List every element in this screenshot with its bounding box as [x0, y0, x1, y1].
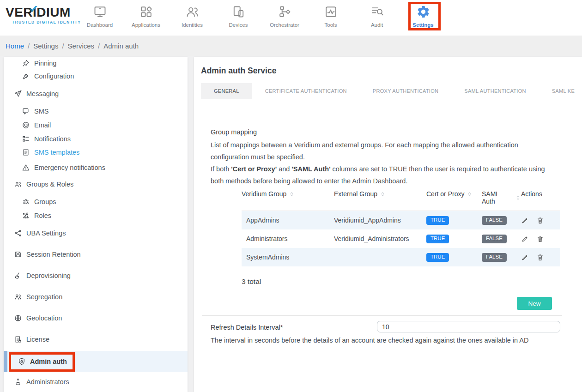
sidebar-item-label: Pinning	[34, 60, 56, 67]
delete-icon[interactable]	[536, 253, 544, 261]
actions-cell	[521, 217, 560, 224]
audit-icon	[370, 3, 384, 20]
group-mapping-heading: Group mapping	[211, 128, 257, 136]
sidebar-item-label: UBA Settings	[26, 229, 66, 237]
tab-certificate-authentication[interactable]: CERTIFICATE AUTHENTICATION	[252, 83, 360, 99]
breadcrumb-item-home[interactable]: Home	[6, 42, 24, 50]
group-mapping-table: Veridium GroupExternal GroupCert or Prox…	[242, 187, 560, 266]
segregation-icon	[14, 293, 22, 301]
veridium-group-cell: AppAdmins	[242, 217, 334, 224]
delete-icon[interactable]	[536, 217, 544, 224]
sidebar-item-uba-settings[interactable]: UBA Settings	[4, 227, 188, 240]
sidebar-item-admin-auth[interactable]: Admin auth	[4, 351, 188, 372]
branch-icon	[14, 229, 22, 237]
saml-auth-badge: FALSE	[482, 216, 507, 225]
sidebar-item-administrators[interactable]: Administrators	[4, 375, 188, 388]
column-label: SAML Auth	[482, 190, 513, 205]
edit-icon[interactable]	[521, 217, 529, 224]
column-header-external-group[interactable]: External Group	[334, 190, 426, 198]
users-icon	[14, 180, 22, 188]
actions-cell	[521, 253, 560, 261]
sidebar-item-messaging[interactable]: Messaging	[4, 87, 188, 100]
warning-triangle-icon	[22, 163, 30, 172]
sidebar-item-sms[interactable]: SMS	[4, 105, 188, 118]
sidebar-item-notifications[interactable]: Notifications	[4, 133, 188, 145]
nav-label: Orchestrator	[270, 22, 299, 28]
sidebar-item-label: Groups	[34, 198, 56, 205]
tab-saml-authentication[interactable]: SAML AUTHENTICATION	[451, 83, 539, 99]
sidebar-item-groups-roles[interactable]: Groups & Roles	[4, 178, 188, 191]
sidebar-item-segregation[interactable]: Segregation	[4, 290, 188, 303]
breadcrumb-separator: /	[62, 42, 64, 50]
sidebar-item-session-retention[interactable]: Session Retention	[4, 248, 188, 261]
sidebar-item-label: Admin auth	[30, 358, 67, 365]
logo-wordmark: VERIDIUM	[6, 6, 81, 19]
nav-item-devices[interactable]: Devices	[215, 3, 261, 28]
sort-icon	[515, 195, 521, 201]
column-header-cert-or-proxy[interactable]: Cert or Proxy	[426, 190, 482, 198]
nav-item-orchestrator[interactable]: Orchestrator	[261, 3, 308, 28]
dashboard-icon	[93, 3, 107, 20]
sidebar-item-roles[interactable]: Roles	[4, 209, 188, 222]
refresh-interval-help: The interval in seconds before the detai…	[211, 337, 562, 344]
sidebar-item-label: Administrators	[26, 378, 69, 386]
sidebar-item-deprovisioning[interactable]: Deprovisioning	[4, 269, 188, 282]
sidebar-item-label: Segregation	[26, 293, 62, 301]
cert-or-proxy-badge: TRUE	[426, 253, 449, 262]
nav-label: Identities	[182, 22, 203, 28]
edit-icon[interactable]	[521, 253, 529, 261]
refresh-interval-input[interactable]	[377, 321, 560, 332]
breadcrumb-separator: /	[28, 42, 30, 50]
external-group-cell: Veridiumid_AppAdmins	[334, 217, 426, 224]
sidebar-item-label: Notifications	[34, 135, 71, 143]
breadcrumb-item-admin-auth: Admin auth	[103, 42, 139, 50]
sidebar-item-pinning[interactable]: Pinning	[4, 57, 188, 70]
cert-or-proxy-badge: TRUE	[426, 216, 449, 225]
column-header-saml-auth[interactable]: SAML Auth	[482, 190, 521, 205]
cert-or-proxy-cell: TRUE	[426, 216, 482, 225]
column-header-veridium-group[interactable]: Veridium Group	[242, 190, 334, 198]
document-lines-icon	[22, 148, 30, 157]
at-sign-icon	[22, 121, 30, 129]
nav-item-audit[interactable]: Audit	[354, 3, 400, 28]
column-label: Cert or Proxy	[426, 190, 464, 198]
group-mapping-desc-line1: List of mappings between a Veridium and …	[211, 141, 518, 161]
sidebar-item-geolocation[interactable]: Geolocation	[4, 312, 188, 325]
veridium-group-cell: Administrators	[242, 235, 334, 242]
sidebar-item-groups[interactable]: Groups	[4, 195, 188, 208]
delete-icon[interactable]	[536, 235, 544, 243]
cert-or-proxy-cell: TRUE	[426, 253, 482, 262]
chat-icon	[22, 107, 30, 115]
roles-network-icon	[22, 211, 30, 220]
saml-auth-cell: FALSE	[482, 253, 521, 262]
sort-icon	[467, 191, 473, 197]
sidebar-item-email[interactable]: Email	[4, 119, 188, 132]
table-body: AppAdminsVeridiumid_AppAdminsTRUEFALSEAd…	[242, 211, 560, 266]
saml-auth-cell: FALSE	[482, 234, 521, 243]
license-lock-icon	[14, 335, 22, 344]
veridium-group-cell: SystemAdmins	[242, 253, 334, 261]
sidebar-item-license[interactable]: License	[4, 333, 188, 346]
column-header-actions: Actions	[521, 190, 560, 198]
nav-item-identities[interactable]: Identities	[169, 3, 215, 28]
nav-item-settings[interactable]: Settings	[400, 3, 446, 28]
tab-general[interactable]: GENERAL	[201, 83, 252, 99]
sidebar-item-emergency-notifications[interactable]: Emergency notifications	[4, 161, 188, 174]
edit-icon[interactable]	[521, 235, 529, 243]
logo-checkmark-icon	[29, 2, 38, 16]
sidebar-item-label: SMS	[34, 108, 48, 115]
sidebar-item-sms-templates[interactable]: SMS templates	[4, 146, 188, 159]
tab-saml-ke[interactable]: SAML KE	[539, 83, 582, 99]
applications-icon	[139, 3, 153, 20]
nav-item-applications[interactable]: Applications	[123, 3, 169, 28]
nav-item-dashboard[interactable]: Dashboard	[77, 3, 123, 28]
table-total-count: 3 total	[242, 277, 261, 286]
sidebar-item-label: Email	[34, 121, 51, 129]
nav-item-tools[interactable]: Tools	[308, 3, 354, 28]
broom-icon	[14, 271, 22, 280]
identities-icon	[185, 3, 200, 20]
tab-proxy-authentication[interactable]: PROXY AUTHENTICATION	[360, 83, 452, 99]
sidebar-item-configuration[interactable]: Configuration	[4, 70, 188, 83]
new-mapping-button[interactable]: New	[517, 297, 552, 310]
saml-auth-badge: FALSE	[482, 235, 507, 243]
